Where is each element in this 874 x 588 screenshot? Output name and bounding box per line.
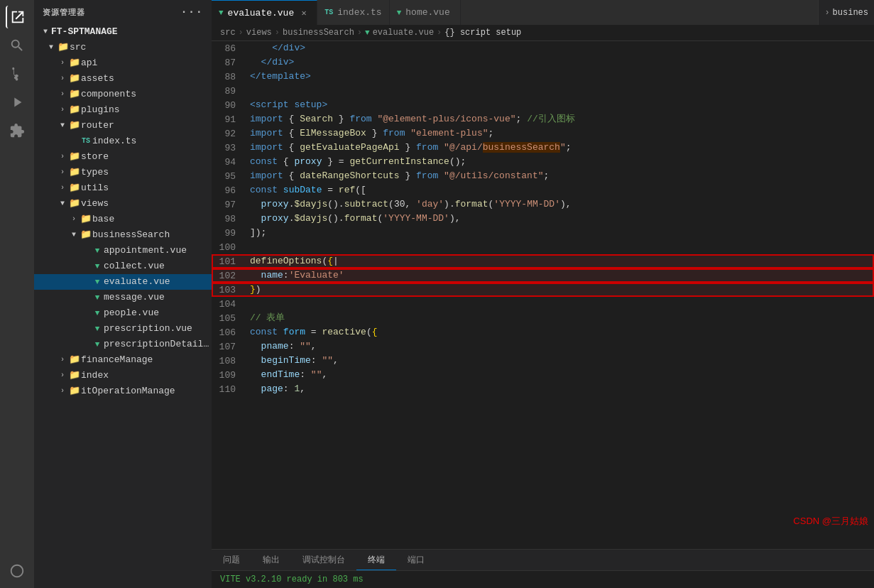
main-content: ▼ evaluate.vue ✕ TS index.ts ▼ home.vue … xyxy=(212,0,874,588)
tree-root[interactable]: ▼ FT-SPTMANAGE xyxy=(34,24,212,40)
breadcrumb-script-setup[interactable]: {} script setup xyxy=(444,28,521,38)
line-content-102[interactable]: name:'Evaluate' xyxy=(247,268,874,283)
line-content-96[interactable]: const subDate = ref([ xyxy=(247,183,874,197)
tree-item-plugins[interactable]: › 📁 plugins xyxy=(34,102,212,118)
line-content-98[interactable]: proxy.$dayjs().format('YYYY-MM-DD'), xyxy=(247,212,874,226)
tab-bar: ▼ evaluate.vue ✕ TS index.ts ▼ home.vue … xyxy=(212,0,874,25)
line-content-105[interactable]: // 表单 xyxy=(247,311,874,325)
line-content-101[interactable]: defineOptions({| xyxy=(247,254,874,268)
line-content-103[interactable]: }) xyxy=(247,283,874,297)
line-content-110[interactable]: page: 1, xyxy=(247,382,874,396)
explorer-icon[interactable] xyxy=(6,6,28,28)
tree-item-appointment[interactable]: ▼ appointment.vue xyxy=(34,243,212,258)
code-line-99: 99 ]); xyxy=(212,226,874,240)
tree-item-collect[interactable]: ▼ collect.vue xyxy=(34,258,212,274)
tree-item-prescription[interactable]: ▼ prescription.vue xyxy=(34,321,212,337)
line-content-97[interactable]: proxy.$dayjs().subtract(30, 'day').forma… xyxy=(247,197,874,212)
code-lines: 86 </div> 87 </div> 88 </template> 89 90 xyxy=(212,41,874,396)
code-line-100: 100 xyxy=(212,240,874,254)
line-num-98: 98 xyxy=(212,212,247,226)
tree-item-evaluate[interactable]: ▼ evaluate.vue xyxy=(34,274,212,290)
tree-item-store[interactable]: › 📁 store xyxy=(34,149,212,165)
breadcrumb-evaluate[interactable]: evaluate.vue xyxy=(373,28,434,38)
run-icon[interactable] xyxy=(6,91,28,114)
line-content-88[interactable]: </template> xyxy=(247,70,874,84)
line-content-95[interactable]: import { dateRangeShortcuts } from "@/ut… xyxy=(247,169,874,183)
status-text: VITE v3.2.10 ready in 803 ms xyxy=(220,575,364,584)
line-num-100: 100 xyxy=(212,240,247,254)
tab-evaluate-close[interactable]: ✕ xyxy=(298,7,310,18)
watermark: CSDN @三月姑娘 xyxy=(793,515,868,528)
line-num-91: 91 xyxy=(212,112,247,126)
line-content-104[interactable] xyxy=(247,297,874,311)
line-content-86[interactable]: </div> xyxy=(247,41,874,55)
line-content-93[interactable]: import { getEvaluatePageApi } from "@/ap… xyxy=(247,141,874,155)
panel-tab-output[interactable]: 输出 xyxy=(251,550,291,570)
tree-item-index-ts[interactable]: TS index.ts xyxy=(34,134,212,149)
right-panel-toggle[interactable]: › busines xyxy=(818,0,874,25)
search-icon[interactable] xyxy=(6,34,28,57)
line-num-101: 101 xyxy=(212,254,247,268)
line-content-90[interactable]: <script setup> xyxy=(247,98,874,112)
line-content-100[interactable] xyxy=(247,240,874,254)
tab-evaluate[interactable]: ▼ evaluate.vue ✕ xyxy=(212,0,317,25)
tree-item-components[interactable]: › 📁 components xyxy=(34,87,212,102)
tree-item-people[interactable]: ▼ people.vue xyxy=(34,305,212,321)
tree-item-api[interactable]: › 📁 api xyxy=(34,55,212,71)
sidebar-header: 资源管理器 ··· xyxy=(34,0,212,24)
tree-item-router[interactable]: ▼ 📁 router xyxy=(34,118,212,134)
panel-tab-ports[interactable]: 端口 xyxy=(396,550,436,570)
line-content-87[interactable]: </div> xyxy=(247,55,874,70)
panel-tab-problems[interactable]: 问题 xyxy=(212,550,251,570)
tree-item-types[interactable]: › 📁 types xyxy=(34,165,212,180)
tree-item-views[interactable]: ▼ 📁 views xyxy=(34,196,212,212)
line-num-87: 87 xyxy=(212,55,247,70)
tree-item-prescriptiondetail[interactable]: ▼ prescriptionDetail.vue xyxy=(34,337,212,352)
tab-evaluate-label: evaluate.vue xyxy=(228,8,295,18)
extensions-icon[interactable] xyxy=(6,119,28,142)
line-content-92[interactable]: import { ElMessageBox } from "element-pl… xyxy=(247,126,874,141)
code-line-93: 93 import { getEvaluatePageApi } from "@… xyxy=(212,141,874,155)
code-line-86: 86 </div> xyxy=(212,41,874,55)
remote-icon[interactable] xyxy=(6,560,28,582)
line-num-93: 93 xyxy=(212,141,247,155)
code-line-104: 104 xyxy=(212,297,874,311)
tree-item-assets[interactable]: › 📁 assets xyxy=(34,71,212,87)
breadcrumb-views[interactable]: views xyxy=(246,28,272,38)
line-content-99[interactable]: ]); xyxy=(247,226,874,240)
tree-item-base[interactable]: › 📁 base xyxy=(34,212,212,227)
tab-index-ts[interactable]: TS index.ts xyxy=(317,0,389,25)
tree-item-financemanage[interactable]: › 📁 financeManage xyxy=(34,352,212,368)
panel-tab-debug[interactable]: 调试控制台 xyxy=(291,550,356,570)
line-content-109[interactable]: endTime: "", xyxy=(247,368,874,382)
source-control-icon[interactable] xyxy=(6,62,28,85)
line-num-109: 109 xyxy=(212,368,247,382)
tab-index-ts-label: index.ts xyxy=(337,7,381,18)
line-content-106[interactable]: const form = reactive({ xyxy=(247,325,874,339)
panel-tab-terminal[interactable]: 终端 xyxy=(356,550,396,570)
code-line-88: 88 </template> xyxy=(212,70,874,84)
line-content-91[interactable]: import { Search } from "@element-plus/ic… xyxy=(247,112,874,126)
breadcrumb-src[interactable]: src xyxy=(220,28,236,38)
breadcrumb-businesssearch[interactable]: businessSearch xyxy=(283,28,354,38)
tab-home[interactable]: ▼ home.vue xyxy=(390,0,461,25)
line-num-95: 95 xyxy=(212,169,247,183)
line-content-107[interactable]: pname: "", xyxy=(247,339,874,354)
sidebar-menu-button[interactable]: ··· xyxy=(180,6,203,18)
line-num-92: 92 xyxy=(212,126,247,141)
line-content-89[interactable] xyxy=(247,84,874,98)
right-panel-label: busines xyxy=(833,8,868,18)
tree-item-businesssearch[interactable]: ▼ 📁 businessSearch xyxy=(34,227,212,243)
line-num-104: 104 xyxy=(212,297,247,311)
tree-item-itoperationmanage[interactable]: › 📁 itOperationManage xyxy=(34,383,212,399)
line-num-103: 103 xyxy=(212,283,247,297)
code-editor[interactable]: 86 </div> 87 </div> 88 </template> 89 90 xyxy=(212,41,874,549)
tree-item-src[interactable]: ▼ 📁 src xyxy=(34,40,212,55)
sidebar: 资源管理器 ··· ▼ FT-SPTMANAGE ▼ 📁 src › 📁 api… xyxy=(34,0,212,588)
tree-item-message[interactable]: ▼ message.vue xyxy=(34,290,212,305)
code-line-103: 103 }) xyxy=(212,283,874,297)
line-content-108[interactable]: beginTime: "", xyxy=(247,354,874,368)
tree-item-utils[interactable]: › 📁 utils xyxy=(34,180,212,196)
line-content-94[interactable]: const { proxy } = getCurrentInstance(); xyxy=(247,155,874,169)
tree-item-index[interactable]: › 📁 index xyxy=(34,368,212,383)
